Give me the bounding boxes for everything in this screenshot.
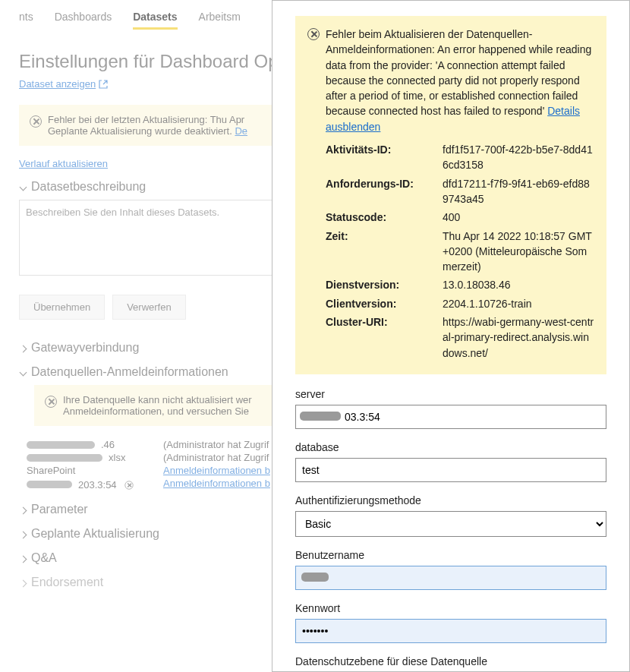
tab-fragment-left[interactable]: nts xyxy=(19,6,33,30)
error-message: Fehler beim Aktualisieren der Datenquell… xyxy=(326,28,591,117)
username-input[interactable] xyxy=(295,566,606,590)
edit-credentials-link[interactable]: Anmeldeinformationen b xyxy=(163,465,270,476)
tab-datasets[interactable]: Datasets xyxy=(133,6,177,30)
section-label: Datenquellen-Anmeldeinformationen xyxy=(31,365,228,379)
refresh-error-details-link[interactable]: De xyxy=(235,125,247,137)
database-input[interactable] xyxy=(295,458,606,482)
password-label: Kennwort xyxy=(295,602,606,614)
section-label: Q&A xyxy=(31,551,57,565)
database-label: database xyxy=(295,441,606,453)
edit-credentials-link[interactable]: Anmeldeinformationen b xyxy=(163,478,270,489)
tab-workspaces[interactable]: Arbeitsm xyxy=(199,6,241,30)
password-field: Kennwort xyxy=(295,602,606,643)
external-link-icon xyxy=(99,80,108,89)
credentials-dialog: "Dashboard Operations SQL I… Fehler beim… xyxy=(272,0,630,672)
creds-error-line2: Anmeldeinformationen, und versuchen Sie xyxy=(63,405,252,417)
password-input[interactable] xyxy=(295,619,606,643)
section-label: Parameter xyxy=(31,503,88,516)
datasource-status-column: (Administrator hat Zugrif (Administrator… xyxy=(163,438,270,492)
auth-method-field: Authentifizierungsmethode Basic xyxy=(295,494,606,537)
tab-dashboards[interactable]: Dashboards xyxy=(55,6,112,30)
discard-button[interactable]: Verwerfen xyxy=(112,295,186,320)
section-label: Endorsement xyxy=(31,576,103,589)
privacy-level-label: Datenschutzebene für diese Datenquelle xyxy=(295,655,606,667)
chevron-right-icon xyxy=(19,579,27,586)
chevron-down-icon xyxy=(19,183,27,191)
redacted-chip xyxy=(301,573,329,582)
error-icon xyxy=(124,481,133,489)
error-icon xyxy=(45,396,57,408)
server-input[interactable] xyxy=(295,405,606,429)
chevron-right-icon xyxy=(19,554,27,562)
apply-button[interactable]: Übernehmen xyxy=(19,295,105,320)
database-field: database xyxy=(295,441,606,482)
show-dataset-link[interactable]: Dataset anzeigen xyxy=(19,78,96,90)
server-field: server xyxy=(295,388,606,429)
section-label: Datasetbeschreibung xyxy=(31,180,146,194)
server-label: server xyxy=(295,388,606,400)
error-icon xyxy=(30,115,42,128)
username-label: Benutzername xyxy=(295,549,606,561)
error-details: Aktivitäts-ID:fdf1f517-700f-422b-b5e7-8d… xyxy=(307,140,594,362)
chevron-right-icon xyxy=(19,344,27,352)
chevron-right-icon xyxy=(19,530,27,538)
section-label: Gatewayverbindung xyxy=(31,341,139,355)
chevron-down-icon xyxy=(19,368,27,376)
auth-method-select[interactable]: Basic xyxy=(295,511,606,537)
dialog-error-box: Fehler beim Aktualisieren der Datenquell… xyxy=(295,16,606,374)
chevron-right-icon xyxy=(19,506,27,513)
error-icon xyxy=(307,28,320,40)
section-label: Geplante Aktualisierung xyxy=(31,527,159,541)
refresh-error-line2: Geplante Aktualisierung wurde deaktivier… xyxy=(48,125,235,137)
privacy-level-field: Datenschutzebene für diese Datenquelle xyxy=(295,655,606,672)
creds-error-line1: Ihre Datenquelle kann nicht aktualisiert… xyxy=(63,394,252,405)
auth-method-label: Authentifizierungsmethode xyxy=(295,494,606,506)
refresh-history-link[interactable]: Verlauf aktualisieren xyxy=(19,158,108,169)
refresh-error-line1: Fehler bei der letzten Aktualisierung: T… xyxy=(48,114,247,125)
username-field: Benutzername xyxy=(295,549,606,590)
redacted-chip xyxy=(300,412,341,421)
datasource-name-column: .46 xlsx SharePoint 203.3:54 xyxy=(27,438,156,492)
